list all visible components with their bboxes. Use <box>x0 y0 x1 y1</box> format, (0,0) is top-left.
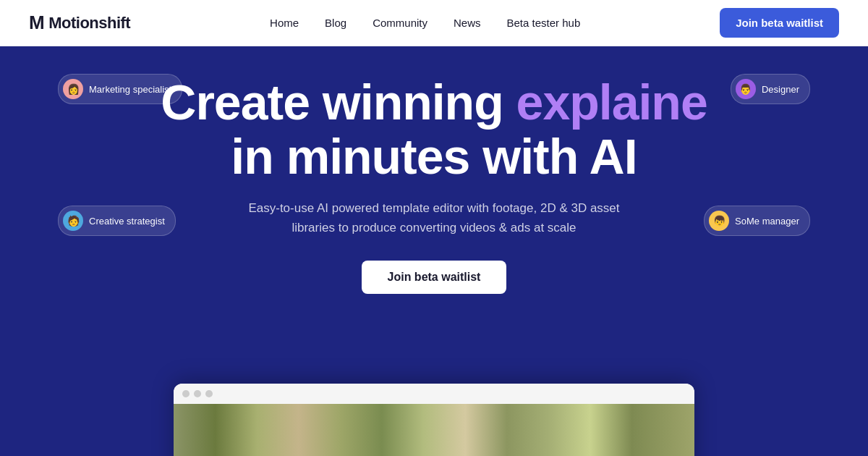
hero-title-part1: Create winning <box>161 75 516 130</box>
nav-link-news[interactable]: News <box>454 17 481 29</box>
logo-icon: M <box>29 12 44 34</box>
badge-designer: 👨 Designer <box>731 74 810 104</box>
nav-item-community[interactable]: Community <box>373 17 427 30</box>
navbar: M Motionshift Home Blog Community News B… <box>0 0 868 46</box>
window-dot-1 <box>182 390 190 397</box>
window-titlebar <box>174 384 694 404</box>
hero-title: Create winning explaine in minutes with … <box>161 75 707 184</box>
window-dot-3 <box>205 390 213 397</box>
nav-link-home[interactable]: Home <box>270 17 299 29</box>
nav-link-blog[interactable]: Blog <box>325 17 346 29</box>
hero-section: 👩 Marketing specialist 👨 Designer 🧑 Crea… <box>0 46 868 456</box>
nav-item-beta-tester[interactable]: Beta tester hub <box>507 17 581 30</box>
preview-video-strip <box>174 404 694 456</box>
badge-some-label: SoMe manager <box>735 216 799 227</box>
nav-link-community[interactable]: Community <box>373 17 427 29</box>
badge-designer-label: Designer <box>762 84 799 95</box>
window-dot-2 <box>194 390 201 397</box>
hero-title-part2: in minutes with AI <box>231 129 637 184</box>
hero-title-accent: explaine <box>516 75 707 130</box>
nav-item-home[interactable]: Home <box>270 17 299 30</box>
logo-text: Motionshift <box>48 14 130 33</box>
preview-window <box>174 384 694 456</box>
nav-item-news[interactable]: News <box>454 17 481 30</box>
hero-subtitle: Easy-to-use AI powered template editor w… <box>231 198 637 237</box>
avatar-designer: 👨 <box>736 79 756 99</box>
preview-content <box>174 404 694 456</box>
nav-links: Home Blog Community News Beta tester hub <box>270 17 580 30</box>
hero-cta-button[interactable]: Join beta waitlist <box>362 261 507 294</box>
logo[interactable]: M Motionshift <box>29 12 130 34</box>
nav-link-beta-tester[interactable]: Beta tester hub <box>507 17 581 29</box>
navbar-cta-button[interactable]: Join beta waitlist <box>720 8 839 38</box>
hero-text: Create winning explaine in minutes with … <box>132 75 736 294</box>
avatar-creative: 🧑 <box>63 211 83 231</box>
nav-item-blog[interactable]: Blog <box>325 17 346 30</box>
avatar-marketing: 👩 <box>63 79 83 99</box>
